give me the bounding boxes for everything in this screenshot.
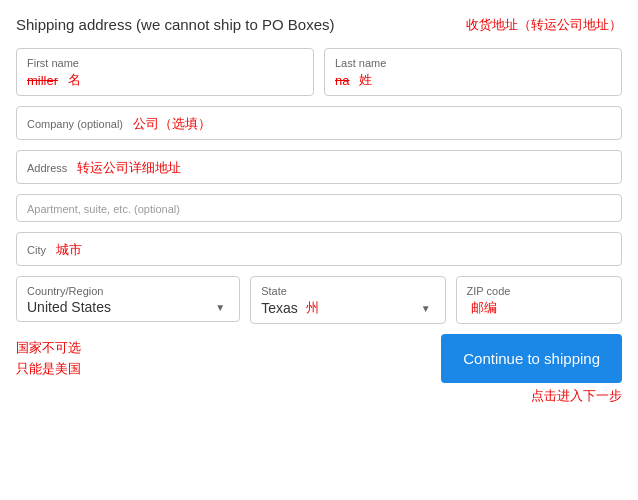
apartment-field[interactable]: Apartment, suite, etc. (optional) xyxy=(16,194,622,222)
city-label: City xyxy=(27,244,46,256)
first-name-annotation: 名 xyxy=(68,71,81,89)
state-value: Texas xyxy=(261,300,298,316)
apartment-row: Apartment, suite, etc. (optional) xyxy=(16,194,622,222)
apartment-label: Apartment, suite, etc. (optional) xyxy=(27,203,611,215)
last-name-scratch: na xyxy=(335,73,349,88)
zip-annotation: 邮编 xyxy=(471,300,497,315)
company-field[interactable]: Company (optional) 公司（选填） xyxy=(16,106,622,140)
address-label: Address xyxy=(27,162,67,174)
country-select[interactable]: United States xyxy=(27,299,229,315)
continue-to-shipping-button[interactable]: Continue to shipping xyxy=(441,334,622,383)
last-name-label: Last name xyxy=(335,57,611,69)
name-row: First name miller 名 Last name na 姓 xyxy=(16,48,622,96)
first-name-scratch: miller xyxy=(27,73,58,88)
first-name-label: First name xyxy=(27,57,303,69)
country-field[interactable]: Country/Region United States ▼ xyxy=(16,276,240,322)
button-annotation: 点击进入下一步 xyxy=(531,387,622,405)
zip-field[interactable]: ZIP code 邮编 xyxy=(456,276,622,324)
page-title: Shipping address (we cannot ship to PO B… xyxy=(16,16,335,33)
state-field[interactable]: State Texas 州 ▼ xyxy=(250,276,445,324)
country-select-wrapper[interactable]: United States ▼ xyxy=(27,299,229,315)
location-row: Country/Region United States ▼ State Tex… xyxy=(16,276,622,324)
company-label: Company (optional) xyxy=(27,118,123,130)
first-name-field[interactable]: First name miller 名 xyxy=(16,48,314,96)
state-annotation: 州 xyxy=(306,299,319,317)
city-row: City 城市 xyxy=(16,232,622,266)
zip-label: ZIP code xyxy=(467,285,611,297)
address-row: Address 转运公司详细地址 xyxy=(16,150,622,184)
country-annotation-line2: 只能是美国 xyxy=(16,359,422,380)
last-name-field[interactable]: Last name na 姓 xyxy=(324,48,622,96)
city-annotation: 城市 xyxy=(56,241,82,259)
company-annotation: 公司（选填） xyxy=(133,115,211,133)
last-name-annotation: 姓 xyxy=(359,71,372,89)
title-row: Shipping address (we cannot ship to PO B… xyxy=(16,16,622,34)
country-annotation-line1: 国家不可选 xyxy=(16,338,422,359)
state-label: State xyxy=(261,285,434,297)
company-row: Company (optional) 公司（选填） xyxy=(16,106,622,140)
header-annotation: 收货地址（转运公司地址） xyxy=(466,16,622,34)
button-wrapper: Continue to shipping 点击进入下一步 xyxy=(422,334,622,405)
address-field[interactable]: Address 转运公司详细地址 xyxy=(16,150,622,184)
state-select-wrapper[interactable]: Texas 州 ▼ xyxy=(261,299,434,317)
country-label: Country/Region xyxy=(27,285,229,297)
city-field[interactable]: City 城市 xyxy=(16,232,622,266)
address-annotation: 转运公司详细地址 xyxy=(77,159,181,177)
bottom-section: 国家不可选 只能是美国 Continue to shipping 点击进入下一步 xyxy=(16,334,622,405)
country-annotations: 国家不可选 只能是美国 xyxy=(16,334,422,380)
